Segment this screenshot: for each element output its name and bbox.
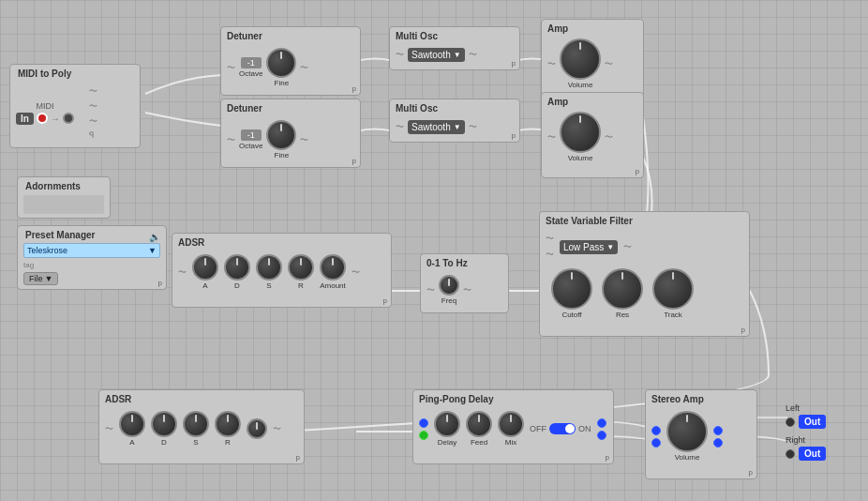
multi-osc1-port-in: 〜	[396, 49, 404, 61]
port-wave-4: ꟼ	[89, 130, 97, 140]
amp2-port-out: 〜	[605, 131, 613, 144]
preset-file-button[interactable]: File ▼	[23, 272, 58, 285]
stereo-amp-volume-knob[interactable]	[666, 411, 708, 452]
zero-to-hz-port-in: 〜	[427, 284, 435, 296]
zero-to-hz-freq-group: Freq	[439, 275, 459, 305]
adsr2-s-knob[interactable]	[183, 411, 209, 437]
adsr1-d-group: D	[224, 254, 250, 290]
adsr1-p: p	[383, 296, 387, 305]
amp1-volume-label: Volume	[568, 81, 593, 89]
adsr1-r-knob[interactable]	[288, 254, 314, 281]
preset-input[interactable]: Teleskrose ▼	[23, 243, 160, 258]
adsr2-r-knob[interactable]	[215, 411, 241, 437]
adsr1-title: ADSR	[176, 237, 387, 248]
midi-dot-dark	[63, 113, 74, 124]
detuner1-fine-knob[interactable]	[266, 48, 296, 78]
svf-port-out: 〜	[623, 241, 632, 253]
ping-pong-delay-label: Delay	[438, 438, 456, 447]
svf-res-label: Res	[616, 311, 629, 319]
zero-to-hz-freq-label: Freq	[441, 296, 456, 305]
ping-pong-delay-group: Delay	[434, 411, 460, 447]
adsr1-a-knob[interactable]	[192, 254, 218, 281]
detuner2-fine-group: Fine	[266, 120, 296, 159]
ping-pong-feed-knob[interactable]	[466, 411, 492, 437]
zero-to-hz-freq-knob[interactable]	[439, 275, 459, 296]
detuner2-fine-label: Fine	[275, 151, 290, 159]
amp1-volume-group: Volume	[560, 38, 601, 89]
detuner1-title: Detuner	[225, 31, 356, 41]
output-left-label: Left	[786, 403, 800, 413]
svf-mode-label: Low Pass	[563, 242, 604, 252]
detuner2-octave-value[interactable]: -1	[241, 129, 262, 141]
adsr1-s-knob[interactable]	[256, 254, 282, 281]
preset-file-arrow: ▼	[45, 274, 53, 283]
adsr1-amount-label: Amount	[320, 281, 346, 290]
output-right-port	[786, 449, 795, 459]
multi-osc1-waveform-dropdown[interactable]: Sawtooth ▼	[408, 48, 465, 62]
midi-dot-red	[37, 113, 48, 124]
adsr1-s-label: S	[266, 281, 271, 290]
detuner2-module: Detuner 〜 -1 Octave Fine 〜 p	[220, 99, 361, 168]
svf-track-knob[interactable]	[652, 268, 694, 310]
multi-osc1-port-out: 〜	[469, 49, 477, 61]
adornments-module: Adornments	[17, 176, 111, 219]
zero-to-hz-port-out: 〜	[463, 284, 471, 296]
svf-track-group: Track	[652, 268, 694, 319]
adsr2-extra-knob[interactable]	[247, 418, 267, 439]
svf-cutoff-label: Cutoff	[561, 311, 581, 319]
output-right-label: Right	[786, 435, 805, 445]
svf-track-label: Track	[664, 311, 682, 319]
zero-to-hz-module: 0-1 To Hz 〜 Freq 〜	[420, 253, 509, 313]
preset-dropdown-arrow: ▼	[148, 246, 157, 255]
preset-manager-title: Preset Manager	[23, 230, 97, 240]
detuner1-octave-value[interactable]: -1	[241, 57, 262, 68]
svf-res-knob[interactable]	[602, 268, 643, 310]
adsr1-d-knob[interactable]	[224, 254, 250, 281]
multi-osc1-module: Multi Osc 〜 Sawtooth ▼ 〜 p	[389, 26, 520, 70]
adornments-content	[23, 195, 104, 214]
ping-pong-feed-group: Feed	[466, 411, 492, 447]
amp2-volume-knob[interactable]	[560, 112, 601, 153]
ping-pong-delay-knob[interactable]	[434, 411, 460, 437]
adsr1-r-label: R	[298, 281, 304, 290]
output-right-container: Right Out	[786, 435, 826, 461]
adsr2-a-knob[interactable]	[119, 411, 145, 437]
multi-osc2-module: Multi Osc 〜 Sawtooth ▼ 〜 p	[389, 99, 520, 143]
adsr2-d-label: D	[161, 438, 167, 447]
ping-pong-on-label: ON	[578, 424, 591, 433]
stereo-amp-port-out-1	[713, 426, 723, 435]
detuner2-port-out: 〜	[300, 134, 308, 146]
ping-pong-toggle[interactable]	[549, 423, 576, 434]
adsr1-a-label: A	[202, 281, 207, 290]
adsr1-d-label: D	[234, 281, 240, 290]
ping-pong-mix-label: Mix	[505, 438, 516, 447]
multi-osc2-port-out: 〜	[469, 121, 477, 133]
midi-in-badge: In	[16, 113, 34, 125]
preset-file-label: File	[29, 274, 43, 283]
svf-cutoff-group: Cutoff	[551, 268, 592, 319]
svf-mode-dropdown[interactable]: Low Pass ▼	[560, 240, 618, 254]
svf-cutoff-knob[interactable]	[551, 268, 592, 310]
detuner1-port-out: 〜	[300, 62, 308, 74]
ping-pong-title: Ping-Pong Delay	[417, 394, 609, 404]
multi-osc2-title: Multi Osc	[394, 103, 516, 114]
stereo-amp-module: Stereo Amp Volume p	[645, 389, 757, 479]
stereo-amp-volume-group: Volume	[666, 411, 708, 462]
detuner2-port-in: 〜	[227, 134, 235, 146]
adsr2-a-group: A	[119, 411, 145, 447]
adsr1-amount-knob[interactable]	[320, 254, 346, 281]
ping-pong-mix-knob[interactable]	[498, 411, 524, 437]
adsr2-d-knob[interactable]	[151, 411, 177, 437]
adsr2-r-label: R	[225, 438, 231, 447]
multi-osc2-waveform-dropdown[interactable]: Sawtooth ▼	[408, 120, 465, 134]
multi-osc2-port-in: 〜	[396, 121, 404, 133]
detuner2-fine-knob[interactable]	[266, 120, 296, 150]
amp2-volume-label: Volume	[568, 154, 593, 162]
amp1-volume-knob[interactable]	[560, 38, 601, 80]
detuner1-octave-label: Octave	[239, 69, 262, 78]
ping-pong-port-out-1	[597, 418, 606, 428]
port-wave-3: 〜	[89, 115, 97, 128]
adsr2-s-group: S	[183, 411, 209, 447]
ping-pong-toggle-container: OFF ON	[530, 423, 591, 434]
ping-pong-p: p	[606, 453, 609, 462]
